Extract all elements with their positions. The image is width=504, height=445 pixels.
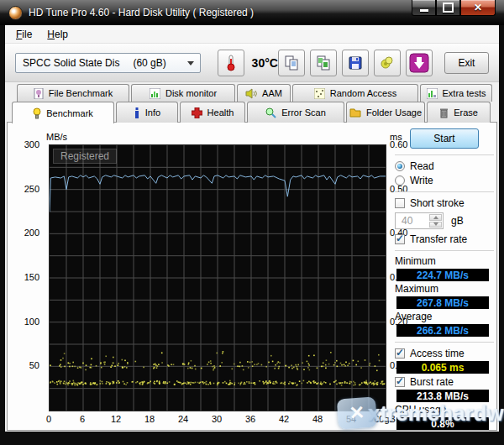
tab-label: Error Scan xyxy=(281,107,326,118)
divider xyxy=(395,154,494,155)
download-button[interactable] xyxy=(406,50,433,76)
y-axis-tick: 300 xyxy=(24,139,39,149)
benchmark-controls: Start Read Write Short stroke 40 xyxy=(395,128,494,430)
divider xyxy=(395,250,494,251)
divider xyxy=(395,191,494,192)
tab-row-secondary: File Benchmark Disk monitor AAM Random A… xyxy=(17,84,494,102)
tab-label: File Benchmark xyxy=(49,88,113,98)
tab-label: Folder Usage xyxy=(366,107,422,118)
transfer-rate-checkbox[interactable]: Transfer rate xyxy=(395,233,494,245)
client-area: File Help SPCC Solid State Dis (60 gB) 3… xyxy=(5,25,499,432)
tab-disk-monitor[interactable]: Disk monitor xyxy=(131,84,235,102)
read-radio[interactable]: Read xyxy=(395,160,494,172)
tab-aam[interactable]: AAM xyxy=(237,84,291,102)
x-axis-tick: 18 xyxy=(133,414,166,424)
tab-error-scan[interactable]: Error Scan xyxy=(247,102,344,123)
app-window: HD Tune Pro 4.60 - Hard Disk Utility ( R… xyxy=(0,0,504,445)
copy-image-button[interactable] xyxy=(310,50,337,76)
close-button[interactable]: ✕ xyxy=(460,0,496,16)
capacity-unit: gB xyxy=(451,215,464,227)
minimum-label: Minimum xyxy=(395,255,494,267)
minimize-button[interactable] xyxy=(412,0,436,16)
copy-text-icon xyxy=(283,55,300,71)
extra-tests-icon xyxy=(427,88,438,99)
x-axis-tick: 36 xyxy=(234,414,267,424)
tab-extra-tests[interactable]: Extra tests xyxy=(420,84,492,102)
chevron-down-icon xyxy=(187,61,194,65)
radio-selected-icon xyxy=(395,161,405,171)
start-button[interactable]: Start xyxy=(410,128,479,149)
tab-label: Disk monitor xyxy=(165,88,217,98)
tab-info[interactable]: Info xyxy=(116,102,178,123)
exit-button[interactable]: Exit xyxy=(444,52,489,74)
trash-icon xyxy=(439,107,449,118)
transfer-rate-label: Transfer rate xyxy=(410,233,467,245)
x-axis-tick: 42 xyxy=(267,414,301,424)
thermometer-icon xyxy=(223,54,239,72)
close-icon: ✕ xyxy=(474,3,482,13)
x-axis-ticks: 06121824303642485460gB xyxy=(49,414,385,427)
tab-random-access[interactable]: Random Access xyxy=(292,84,418,102)
file-benchmark-icon xyxy=(34,88,44,99)
access-time-label: Access time xyxy=(410,348,465,359)
short-stroke-label: Short stroke xyxy=(410,197,465,209)
y-axis-tick: 200 xyxy=(24,228,39,238)
left-axis-unit: MB/s xyxy=(46,132,67,142)
title-bar[interactable]: HD Tune Pro 4.60 - Hard Disk Utility ( R… xyxy=(0,0,504,25)
tab-label: Info xyxy=(145,107,160,118)
access-time-checkbox[interactable]: Access time xyxy=(395,347,494,359)
x-axis-tick: 24 xyxy=(166,414,200,424)
toolbar: SPCC Solid State Dis (60 gB) 30°C xyxy=(5,44,499,82)
capacity-input[interactable]: 40 xyxy=(395,212,444,229)
save-button[interactable] xyxy=(342,50,369,76)
checkbox-checked-icon xyxy=(395,377,405,387)
minimize-icon xyxy=(420,9,428,12)
tab-row-primary: Benchmark Info Health Error Scan Folder … xyxy=(12,102,492,123)
info-icon xyxy=(134,107,140,118)
temperature-button[interactable] xyxy=(218,50,244,76)
tab-file-benchmark[interactable]: File Benchmark xyxy=(17,84,129,102)
maximum-value: 267.8 MB/s xyxy=(396,296,489,309)
stepper-down-button[interactable] xyxy=(429,222,442,228)
tab-health[interactable]: Health xyxy=(180,102,245,123)
triangle-down-icon xyxy=(433,222,438,226)
menu-bar: File Help xyxy=(5,25,499,44)
tab-label: Benchmark xyxy=(46,108,93,118)
plot-canvas xyxy=(50,145,386,411)
tab-label: Extra tests xyxy=(443,88,486,98)
y-axis-ticks: 30025020015010050 xyxy=(11,144,45,410)
tab-folder-usage[interactable]: Folder Usage xyxy=(346,102,425,123)
gear-icon xyxy=(379,55,396,71)
random-access-icon xyxy=(314,88,325,99)
x-axis-tick: 6 xyxy=(66,414,99,424)
y-axis-tick: 150 xyxy=(24,272,39,282)
stepper-up-button[interactable] xyxy=(429,214,442,221)
menu-file[interactable]: File xyxy=(8,27,39,42)
registered-watermark: Registered xyxy=(53,149,117,164)
tab-erase[interactable]: Erase xyxy=(427,102,491,123)
burst-rate-label: Burst rate xyxy=(410,376,454,388)
tab-benchmark[interactable]: Benchmark xyxy=(12,102,114,123)
short-stroke-checkbox[interactable]: Short stroke xyxy=(395,196,494,209)
toolbar-buttons xyxy=(278,50,433,76)
maximize-button[interactable] xyxy=(436,0,460,16)
tab-label: Health xyxy=(207,107,234,118)
options-button[interactable] xyxy=(374,50,401,76)
tab-label: Random Access xyxy=(330,88,396,98)
health-cross-icon xyxy=(192,107,202,118)
x-axis-tick: 54 xyxy=(334,414,368,424)
copy-text-button[interactable] xyxy=(278,50,305,76)
write-radio[interactable]: Write xyxy=(395,174,494,186)
disk-monitor-icon xyxy=(150,88,160,99)
drive-select-dropdown[interactable]: SPCC Solid State Dis (60 gB) xyxy=(15,53,201,73)
checkbox-checked-icon xyxy=(395,348,405,359)
y-axis-tick: 50 xyxy=(29,360,39,370)
menu-help[interactable]: Help xyxy=(39,27,76,42)
burst-rate-checkbox[interactable]: Burst rate xyxy=(395,375,494,388)
magnifier-icon xyxy=(265,107,276,118)
drive-name: SPCC Solid State Dis xyxy=(23,57,119,69)
capacity-row: 40 gB xyxy=(395,212,494,229)
temperature-value: 30°C xyxy=(252,56,278,70)
divider xyxy=(395,342,494,343)
app-icon xyxy=(8,6,23,20)
